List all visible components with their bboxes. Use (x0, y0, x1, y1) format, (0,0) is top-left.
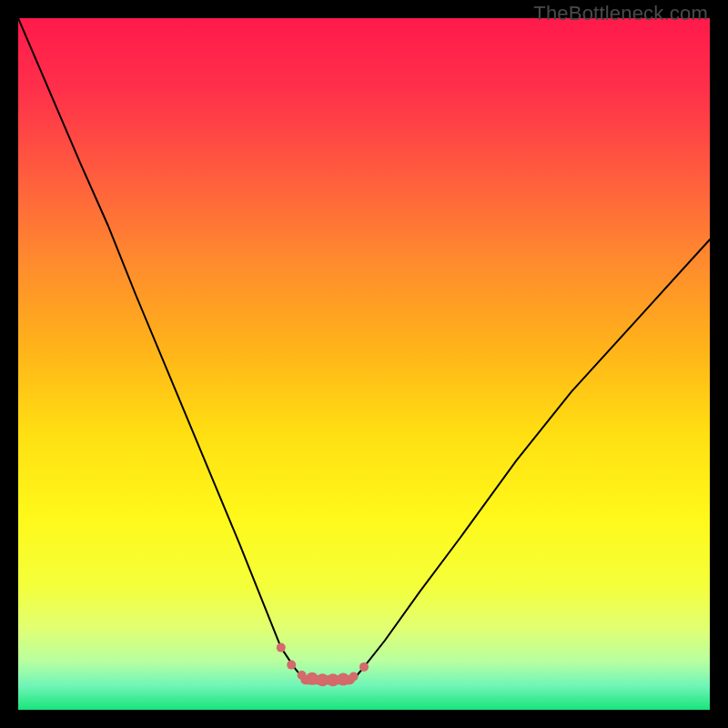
trough-marker (287, 661, 296, 670)
trough-marker (359, 662, 369, 672)
trough-marker (277, 643, 286, 652)
chart-plot (18, 18, 710, 710)
outer-frame: TheBottleneck.com (0, 0, 728, 728)
trough-marker (298, 671, 307, 680)
chart-background (18, 18, 710, 710)
trough-marker (349, 672, 359, 682)
trough-marker (337, 673, 349, 686)
